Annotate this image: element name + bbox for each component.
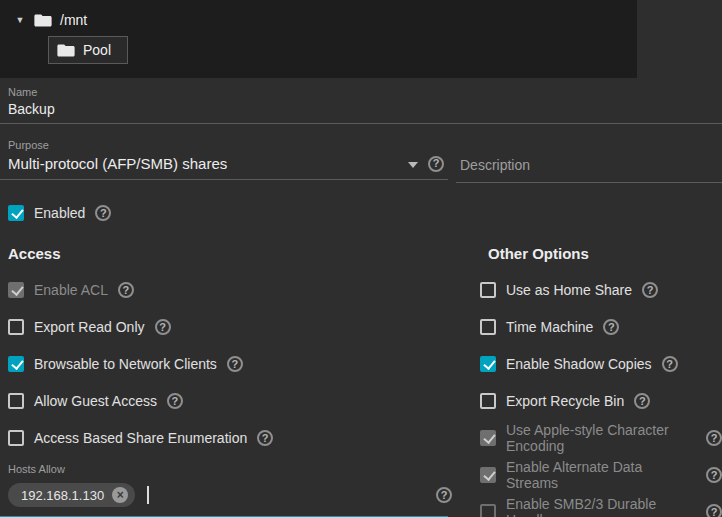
checkbox-export-recycle-bin[interactable]: Export Recycle Bin ?: [480, 389, 722, 413]
help-icon[interactable]: ?: [257, 430, 273, 446]
checkbox-label: Access Based Share Enumeration: [34, 430, 247, 446]
help-icon[interactable]: ?: [155, 319, 171, 335]
checkbox-label: Browsable to Network Clients: [34, 356, 217, 372]
purpose-field-label: Purpose: [0, 139, 448, 151]
purpose-underline: [0, 179, 448, 180]
checkbox-access-based-share-enumeration[interactable]: Access Based Share Enumeration ?: [8, 426, 456, 450]
checkbox-box[interactable]: [480, 282, 496, 298]
checkbox-allow-guest-access[interactable]: Allow Guest Access ?: [8, 389, 456, 413]
other-options-heading: Other Options: [488, 245, 722, 262]
checkbox-browsable-to-network-clients[interactable]: Browsable to Network Clients ?: [8, 352, 456, 376]
tree-expand-arrow-icon[interactable]: ▼: [14, 15, 26, 25]
checkbox-export-read-only[interactable]: Export Read Only ?: [8, 315, 456, 339]
checkbox-label: Allow Guest Access: [34, 393, 157, 409]
tree-node-pool[interactable]: Pool: [48, 36, 128, 64]
description-field: [456, 139, 722, 183]
help-icon[interactable]: ?: [603, 319, 619, 335]
checkbox-time-machine[interactable]: Time Machine ?: [480, 315, 722, 339]
tree-node-label: /mnt: [60, 12, 87, 28]
hosts-allow-label: Hosts Allow: [0, 463, 456, 475]
host-chip[interactable]: 192.168.1.130 ×: [8, 483, 135, 507]
folder-icon: [34, 13, 52, 28]
checkbox-label: Enable ACL: [34, 282, 108, 298]
access-heading: Access: [8, 245, 456, 262]
chip-remove-icon[interactable]: ×: [112, 487, 128, 503]
help-icon[interactable]: ?: [428, 156, 444, 172]
name-field-label: Name: [0, 86, 722, 98]
enabled-checkbox[interactable]: Enabled ?: [8, 201, 722, 225]
folder-icon: [57, 43, 75, 58]
purpose-select[interactable]: Multi-protocol (AFP/SMB) shares: [8, 155, 402, 172]
checkbox-box[interactable]: [480, 393, 496, 409]
checkbox-box: [480, 504, 496, 517]
checkbox-enable-shadow-copies[interactable]: Enable Shadow Copies ?: [480, 352, 722, 376]
help-icon[interactable]: ?: [227, 356, 243, 372]
checkbox-box[interactable]: [8, 282, 24, 298]
tree-node-label: Pool: [83, 42, 111, 58]
checkbox-box[interactable]: [8, 205, 24, 221]
checkbox-use-as-home-share[interactable]: Use as Home Share ?: [480, 278, 722, 302]
checkbox-label: Time Machine: [506, 319, 593, 335]
help-icon[interactable]: ?: [436, 487, 452, 503]
checkbox-box[interactable]: [8, 393, 24, 409]
help-icon[interactable]: ?: [662, 356, 678, 372]
hosts-allow-field: Hosts Allow 192.168.1.130 × ?: [0, 463, 456, 517]
help-icon[interactable]: ?: [706, 504, 722, 517]
chevron-down-icon[interactable]: [408, 162, 418, 168]
checkbox-label: Enable Alternate Data Streams: [506, 459, 696, 491]
checkbox-box: [480, 430, 496, 446]
help-icon[interactable]: ?: [642, 282, 658, 298]
help-icon[interactable]: ?: [167, 393, 183, 409]
help-icon[interactable]: ?: [706, 430, 722, 446]
checkbox-enable-acl[interactable]: Enable ACL ?: [8, 278, 456, 302]
checkbox-box[interactable]: [8, 319, 24, 335]
checkbox-label: Enabled: [34, 205, 85, 221]
description-underline: [456, 182, 722, 183]
checkbox-label: Export Read Only: [34, 319, 145, 335]
text-cursor: [147, 486, 149, 504]
description-input[interactable]: [456, 153, 722, 182]
checkbox-label: Export Recycle Bin: [506, 393, 624, 409]
smb-share-form: ▼ /mnt Pool Name Purpose Multi-protocol …: [0, 0, 722, 517]
hosts-allow-input[interactable]: 192.168.1.130 × ?: [8, 480, 456, 510]
name-field: Name: [0, 86, 722, 124]
checkbox-label: Enable SMB2/3 Durable Handles: [506, 496, 696, 517]
checkbox-label: Use Apple-style Character Encoding: [506, 422, 696, 454]
checkbox-apple-style-character-encoding: Use Apple-style Character Encoding ?: [480, 426, 722, 450]
checkbox-box[interactable]: [480, 319, 496, 335]
checkbox-box[interactable]: [480, 356, 496, 372]
checkbox-box: [480, 467, 496, 483]
checkbox-box[interactable]: [8, 430, 24, 446]
checkbox-label: Use as Home Share: [506, 282, 632, 298]
checkbox-enable-alternate-data-streams: Enable Alternate Data Streams ?: [480, 463, 722, 487]
checkbox-enable-smb23-durable-handles: Enable SMB2/3 Durable Handles ?: [480, 500, 722, 517]
tree-node-mnt[interactable]: ▼ /mnt: [14, 8, 637, 32]
checkbox-box[interactable]: [8, 356, 24, 372]
help-icon[interactable]: ?: [118, 282, 134, 298]
help-icon[interactable]: ?: [706, 467, 722, 483]
name-input[interactable]: [0, 98, 722, 123]
host-chip-value: 192.168.1.130: [21, 488, 104, 503]
directory-tree: ▼ /mnt Pool: [0, 0, 637, 78]
name-underline: [0, 123, 722, 124]
checkbox-label: Enable Shadow Copies: [506, 356, 652, 372]
help-icon[interactable]: ?: [95, 205, 111, 221]
purpose-field: Purpose Multi-protocol (AFP/SMB) shares …: [0, 139, 448, 183]
help-icon[interactable]: ?: [634, 393, 650, 409]
